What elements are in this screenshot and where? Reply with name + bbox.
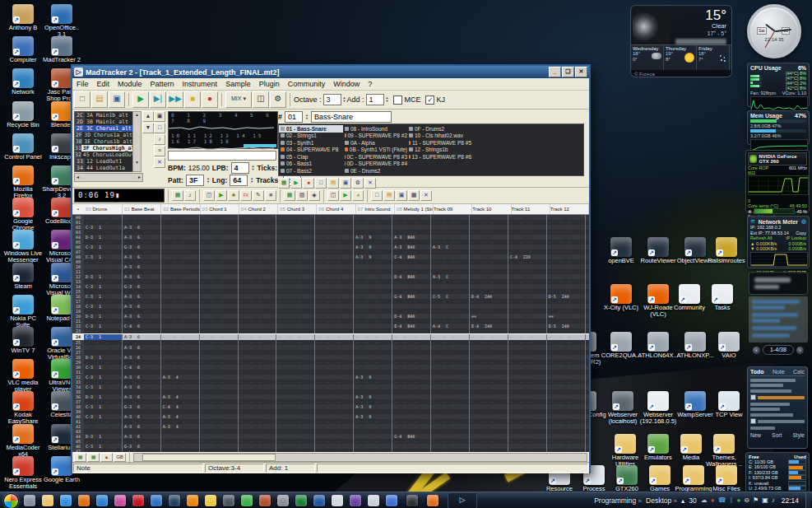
cell-r47c5[interactable]: – – – bbox=[276, 449, 315, 452]
feed-next-button[interactable]: › bbox=[796, 347, 804, 354]
taskbar-pinned-icon-6[interactable] bbox=[114, 495, 126, 506]
add-spin-arrows[interactable]: ▲▼ bbox=[386, 96, 389, 103]
gpu-gadget[interactable]: NVIDIA GeForce GTX 260 Core ROP 601 MHz … bbox=[745, 150, 810, 212]
menu-file[interactable]: File bbox=[72, 80, 93, 88]
minimize-button[interactable]: _ bbox=[549, 67, 561, 77]
cell-r23c12[interactable]: – – – bbox=[547, 329, 586, 333]
menu-instrument[interactable]: Instrument bbox=[179, 80, 222, 88]
menu-module[interactable]: Module bbox=[114, 80, 146, 88]
cell-r23c2[interactable]: – – – bbox=[161, 329, 200, 333]
cell-r24c1[interactable]: A-3 6 bbox=[123, 334, 161, 340]
desktop-icon-network[interactable]: ↗Network bbox=[3, 68, 43, 96]
cell-r23c6[interactable]: – – – bbox=[315, 329, 354, 333]
grid-button[interactable]: ▦ bbox=[284, 190, 295, 201]
todo-checkbox[interactable] bbox=[750, 394, 756, 400]
instr-delete-button[interactable]: ✕ bbox=[364, 178, 376, 189]
title-bar[interactable]: ▷ MadTracker 2 - [Track_1_Extended_Lengt… bbox=[72, 66, 589, 78]
pattern-row-2D[interactable]: 2D3B Main1c_alt bbox=[75, 119, 132, 125]
memory-gadget[interactable]: Mem Usage 47% 2.8/6.0GB 47%3.2/7.0GB 46% bbox=[747, 110, 810, 145]
instr-open-button[interactable]: ▤ bbox=[327, 178, 339, 189]
cell-r24c5[interactable]: – – – bbox=[276, 334, 315, 340]
pattern-open-button[interactable]: ▤ bbox=[383, 190, 395, 201]
octave-value[interactable]: 3 bbox=[323, 94, 341, 105]
add-value[interactable]: 1 bbox=[366, 94, 384, 105]
pattern-list-vscrollbar[interactable]: ▲▼ bbox=[132, 111, 142, 172]
taskbar-pinned-icon-1[interactable] bbox=[24, 495, 35, 506]
cell-r47c10[interactable]: – – – bbox=[470, 449, 508, 452]
track-header-1[interactable]: 01Base Beat bbox=[123, 204, 161, 214]
menu-community[interactable]: Community bbox=[284, 80, 330, 88]
phone-tray-icon[interactable]: ☎ bbox=[718, 496, 726, 505]
cell-r23c5[interactable]: – – – bbox=[276, 329, 315, 333]
move-down-button[interactable]: ▼ bbox=[142, 123, 154, 133]
pattern-row-34[interactable]: 3444 LeadOut1a bbox=[75, 165, 132, 171]
toolbar-programming[interactable]: Programming » bbox=[594, 496, 642, 505]
pattern-row-32[interactable]: 3245 ChorusLeadOut_3 bbox=[75, 151, 132, 158]
clock-gadget[interactable]: Sat 16 22:14:35 bbox=[747, 4, 801, 58]
clone-pattern-button[interactable]: ▣ bbox=[154, 111, 165, 122]
notes-button[interactable]: ♪ bbox=[184, 190, 196, 201]
cell-r24c0[interactable]: C-3 1 bbox=[84, 334, 123, 340]
cell-r23c10[interactable]: – – – bbox=[470, 329, 508, 333]
red-app-tray-icon[interactable]: ● bbox=[711, 496, 715, 505]
instrument-04[interactable]: 04 - SUPERWAVE P8 bbox=[279, 147, 343, 154]
instrument-0E[interactable]: 0E - Drums2 bbox=[343, 167, 407, 175]
track-header-3[interactable]: 03Chord 1 bbox=[201, 204, 239, 214]
cell-r24c2[interactable]: – – – bbox=[161, 334, 200, 340]
menu-sample[interactable]: Sample bbox=[221, 80, 255, 88]
instrument-03[interactable]: 03 - Synth1 bbox=[279, 139, 343, 147]
taskbar-pinned-icon-8[interactable] bbox=[151, 495, 162, 506]
save-button[interactable]: ▣ bbox=[109, 91, 125, 108]
todo-gadget[interactable]: TodoNoteCalc NewSortStyle bbox=[747, 366, 808, 449]
cell-r24c9[interactable]: – – – bbox=[431, 334, 470, 340]
track-header-4[interactable]: 04Chord 2 bbox=[239, 204, 278, 214]
track-header-9[interactable]: Track 09 bbox=[434, 204, 472, 214]
madtracker-taskbar-button[interactable]: ▷ bbox=[448, 492, 477, 508]
show-hidden-icons-button[interactable]: ▴ bbox=[681, 496, 684, 505]
desktop-icon-mediacoder-x64[interactable]: ↗MediaCoder x64 bbox=[3, 424, 43, 458]
drive-meter-gadget[interactable]: Free Used C: 11/30 GBE: 16/100 GBF: 130/… bbox=[745, 452, 810, 493]
instrument-0A[interactable]: 0A - Alpha bbox=[343, 139, 407, 147]
instrument-0F[interactable]: 0F - Drums2 bbox=[407, 125, 471, 133]
desktop-icon-mozilla-firefox[interactable]: ↗Mozilla Firefox bbox=[3, 165, 43, 199]
cell-r23c0[interactable]: – – – bbox=[84, 329, 123, 333]
instr-props-button[interactable]: ⚙ bbox=[352, 178, 364, 189]
track-header-11[interactable]: Track 11 bbox=[512, 204, 550, 214]
action-center-flag-icon[interactable]: ⚑ bbox=[753, 496, 759, 505]
taskbar-pinned-icon-2[interactable] bbox=[42, 495, 53, 506]
cell-r23c7[interactable]: – – – bbox=[354, 329, 392, 333]
pattern-row-2E[interactable]: 2E3C Chorus1_alt bbox=[75, 125, 132, 132]
network-meter-gadget[interactable]: ≋ Network Meter ◍ IP: 192.168.0.2 Ext IP… bbox=[747, 216, 810, 268]
desktop-icon-kodak-easyshare[interactable]: ↗Kodak EasyShare bbox=[3, 391, 43, 425]
taskbar-pinned-icon-20[interactable] bbox=[368, 495, 379, 506]
move-up-button[interactable]: ▲ bbox=[142, 111, 154, 122]
cell-r47c6[interactable]: – – – bbox=[315, 449, 354, 452]
new-module-button[interactable]: □ bbox=[74, 91, 90, 108]
cloud-tray-icon[interactable]: ☁ bbox=[701, 496, 708, 505]
pattern-row-2C[interactable]: 2C3A Main1b_alt bbox=[75, 112, 132, 119]
todo-tab-calc[interactable]: Calc bbox=[793, 369, 805, 375]
record-button[interactable]: ● bbox=[202, 91, 218, 108]
cell-r23c1[interactable]: – – – bbox=[123, 329, 161, 333]
loop-button[interactable]: ◕ bbox=[352, 190, 364, 201]
taskbar-icon-extra-2[interactable] bbox=[406, 495, 418, 506]
desktop-icon-wintv-7[interactable]: ↗WinTV 7 bbox=[3, 327, 43, 354]
octave-spinner[interactable]: Octave : 3 ▲▼ bbox=[294, 94, 346, 105]
green-network-icon[interactable]: ● bbox=[736, 496, 740, 505]
taskbar-pinned-icon-17[interactable] bbox=[313, 495, 325, 506]
track-header-2[interactable]: 02Base Periodic bbox=[161, 204, 200, 214]
taskbar-pinned-icon-7[interactable] bbox=[132, 495, 144, 506]
pattern-delete-button[interactable]: ✕ bbox=[420, 190, 432, 201]
instrument-spin-arrows[interactable]: ▲▼ bbox=[305, 114, 309, 120]
cell-r47c0[interactable]: – – – bbox=[84, 449, 123, 452]
cell-r24c6[interactable]: – – – bbox=[315, 334, 354, 340]
pattern-row-33[interactable]: 3312 LeadOut1 bbox=[75, 158, 132, 165]
feed-prev-button[interactable]: ‹ bbox=[753, 347, 760, 354]
cell-r47c7[interactable]: – – – bbox=[354, 449, 392, 452]
instrument-number[interactable]: 01 bbox=[285, 111, 303, 123]
desktop-icon-control-panel[interactable]: ↗Control Panel bbox=[3, 133, 43, 161]
desktop-icon-nokia-pc-suite[interactable]: ↗Nokia PC Suite bbox=[3, 295, 43, 329]
track-header-8[interactable]: 08Melody 1 (Stri bbox=[395, 204, 434, 214]
fx-button[interactable]: FX bbox=[240, 190, 252, 201]
cell-r47c4[interactable]: – – – bbox=[239, 449, 277, 452]
